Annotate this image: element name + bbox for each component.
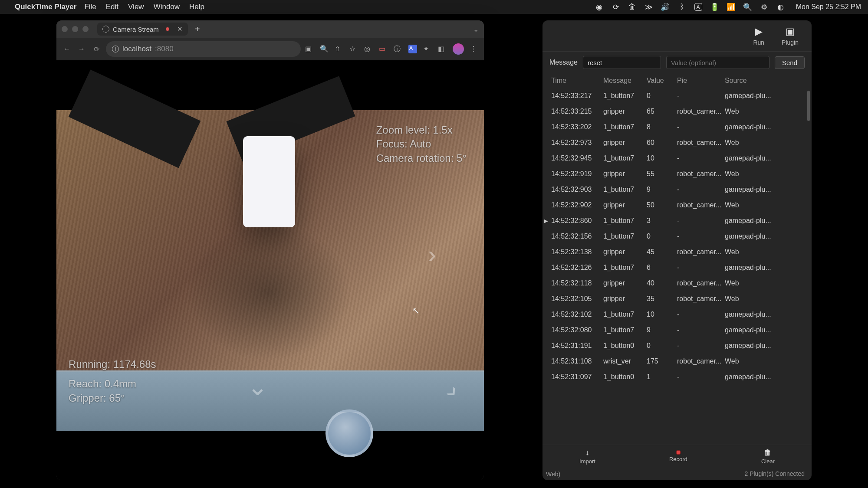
table-row[interactable]: 14:52:32:9451_button710-gamepad-plu... — [542, 151, 812, 166]
search-icon[interactable]: 🔍 — [744, 3, 752, 11]
run-button[interactable]: ▶ Run — [753, 26, 764, 46]
menu-edit[interactable]: Edit — [106, 3, 118, 11]
table-row[interactable]: 14:52:32:9031_button79-gamepad-plu... — [542, 182, 812, 197]
zoom-icon[interactable]: 🔍 — [320, 45, 329, 53]
siri-icon[interactable]: ◐ — [777, 3, 785, 11]
cell-source: gamepad-plu... — [725, 233, 777, 240]
menu-view[interactable]: View — [128, 3, 144, 11]
clear-button[interactable]: 🗑 Clear — [761, 448, 775, 465]
bluetooth-icon[interactable]: ᛒ — [678, 3, 686, 11]
tabs-dropdown-icon[interactable]: ⌄ — [473, 25, 479, 33]
camera-icon[interactable]: ▣ — [305, 45, 314, 53]
share-icon[interactable]: ⇧ — [335, 45, 343, 53]
send-button[interactable]: Send — [775, 56, 805, 69]
table-row[interactable]: 14:52:32:8601_button73-gamepad-plu... — [542, 213, 812, 229]
table-row[interactable]: 14:52:32:118gripper40robot_camer...Web — [542, 275, 812, 291]
table-row[interactable]: 14:52:32:902gripper50robot_camer...Web — [542, 197, 812, 213]
cursor-icon: ↖ — [412, 305, 420, 316]
menu-icon[interactable]: ⋮ — [470, 45, 479, 53]
arrow-down-icon[interactable]: ⌄ — [247, 373, 268, 401]
fastforward-icon[interactable]: ≫ — [645, 3, 653, 11]
window-minimize-button[interactable] — [72, 26, 78, 32]
input-icon[interactable]: A — [694, 3, 702, 11]
site-info-icon[interactable]: i — [112, 46, 119, 52]
table-row[interactable]: 14:52:31:108wrist_ver175robot_camer...We… — [542, 354, 812, 369]
col-pie[interactable]: Pie — [677, 77, 725, 85]
sidepanel-icon[interactable]: ◧ — [438, 45, 447, 53]
table-row[interactable]: 14:52:33:2021_button78-gamepad-plu... — [542, 119, 812, 135]
message-input[interactable] — [583, 56, 661, 69]
cell-message: 1_button7 — [603, 233, 647, 240]
col-value[interactable]: Value — [647, 77, 677, 85]
tab-close-button[interactable]: ✕ — [177, 25, 183, 33]
table-row[interactable]: 14:52:32:919gripper55robot_camer...Web — [542, 166, 812, 182]
app-name[interactable]: QuickTime Player — [15, 3, 76, 11]
table-row[interactable]: 14:52:32:973gripper60robot_camer...Web — [542, 135, 812, 151]
overlay-rotation: Camera rotation: 5° — [376, 151, 467, 165]
ext2-icon[interactable]: ▭ — [379, 45, 388, 53]
overlay-bottom-left: Reach: 0.4mm Gripper: 65° — [69, 377, 136, 405]
table-row[interactable]: 14:52:32:1261_button76-gamepad-plu... — [542, 260, 812, 275]
cell-value: 9 — [647, 186, 677, 193]
table-body[interactable]: 14:52:33:2171_button70-gamepad-plu...14:… — [542, 88, 812, 385]
import-button[interactable]: ↓ Import — [579, 448, 595, 465]
window-zoom-button[interactable] — [82, 26, 89, 32]
cell-value: 50 — [647, 201, 677, 209]
url-field[interactable]: i localhost:8080 — [106, 41, 301, 57]
record-icon[interactable]: ◉ — [595, 3, 603, 11]
volume-icon[interactable]: 🔊 — [661, 3, 669, 11]
status-right: 2 Plugin(s) Connected — [744, 470, 805, 477]
browser-tab[interactable]: Camera Stream ✕ — [97, 23, 188, 36]
col-time[interactable]: Time — [551, 77, 603, 85]
info-icon[interactable]: ⓘ — [394, 45, 402, 53]
profile-avatar[interactable] — [453, 43, 464, 55]
reload-button[interactable]: ⟳ — [91, 44, 102, 54]
cell-pie: robot_camer... — [677, 279, 725, 287]
cell-source: gamepad-plu... — [725, 154, 777, 162]
col-message[interactable]: Message — [603, 77, 647, 85]
table-row[interactable]: 14:52:32:1021_button710-gamepad-plu... — [542, 307, 812, 322]
trash-icon[interactable]: 🗑 — [628, 3, 636, 11]
new-tab-button[interactable]: + — [195, 24, 200, 34]
cell-message: gripper — [603, 248, 647, 256]
menu-file[interactable]: File — [84, 3, 96, 11]
record-button[interactable]: Record — [669, 450, 687, 462]
menubar-clock[interactable]: Mon Sep 25 2:52 PM — [796, 3, 861, 11]
overlay-top-right: Zoom level: 1.5x Focus: Auto Camera rota… — [376, 123, 467, 165]
col-source[interactable]: Source — [725, 77, 777, 85]
extensions-icon[interactable]: ✦ — [423, 45, 432, 53]
table-row[interactable]: 14:52:32:0801_button79-gamepad-plu... — [542, 322, 812, 338]
cell-time: 14:52:32:945 — [551, 154, 603, 162]
table-header: Time Message Value Pie Source — [542, 73, 812, 88]
table-row[interactable]: 14:52:31:0971_button01-gamepad-plu... — [542, 369, 812, 385]
cell-source: gamepad-plu... — [725, 326, 777, 334]
battery-icon[interactable]: 🔋 — [711, 3, 719, 11]
cell-source: gamepad-plu... — [725, 342, 777, 350]
wifi-icon[interactable]: 📶 — [727, 3, 735, 11]
run-label: Run — [753, 39, 764, 46]
table-row[interactable]: 14:52:32:138gripper45robot_camer...Web — [542, 244, 812, 260]
plugin-button[interactable]: ▣ Plugin — [782, 26, 799, 46]
scrollbar[interactable] — [807, 91, 810, 121]
menu-help[interactable]: Help — [189, 3, 204, 11]
table-row[interactable]: 14:52:33:215gripper65robot_camer...Web — [542, 104, 812, 119]
forward-button[interactable]: → — [76, 44, 87, 54]
status-bar: Web) 2 Plugin(s) Connected — [542, 467, 812, 480]
value-input[interactable] — [666, 56, 769, 69]
translate-icon[interactable]: A — [408, 45, 417, 53]
table-row[interactable]: 14:52:33:2171_button70-gamepad-plu... — [542, 88, 812, 104]
bookmark-icon[interactable]: ☆ — [349, 45, 358, 53]
cell-value: 35 — [647, 295, 677, 303]
sync-icon[interactable]: ⟳ — [612, 3, 620, 11]
control-center-icon[interactable]: ⚙ — [760, 3, 768, 11]
table-row[interactable]: 14:52:32:1561_button70-gamepad-plu... — [542, 229, 812, 244]
window-close-button[interactable] — [62, 26, 68, 32]
ext1-icon[interactable]: ◎ — [364, 45, 373, 53]
menu-window[interactable]: Window — [154, 3, 180, 11]
back-button[interactable]: ← — [62, 44, 72, 54]
table-row[interactable]: 14:52:32:105gripper35robot_camer...Web — [542, 291, 812, 307]
arrow-right-icon[interactable]: › — [428, 240, 436, 269]
table-row[interactable]: 14:52:31:1911_button00-gamepad-plu... — [542, 338, 812, 354]
cell-pie: robot_camer... — [677, 139, 725, 147]
cell-time: 14:52:31:108 — [551, 357, 603, 365]
